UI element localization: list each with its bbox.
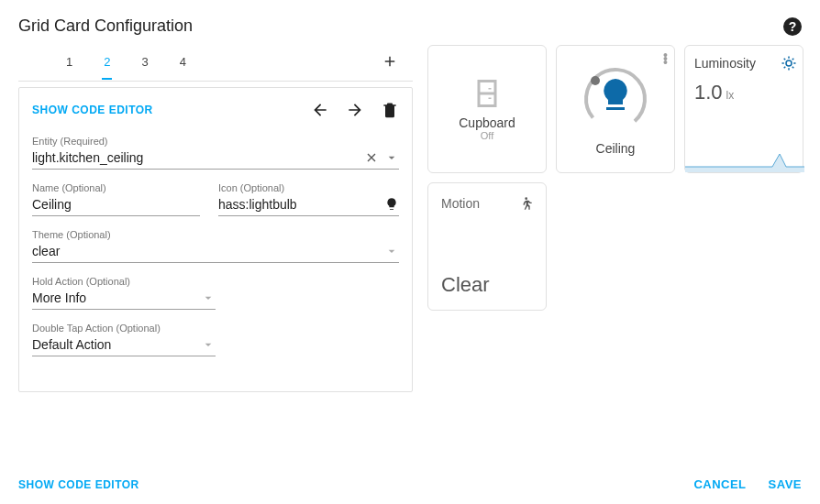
double-tap-action-label: Double Tap Action (Optional): [32, 323, 216, 334]
dropdown-icon[interactable]: [201, 290, 216, 305]
help-icon[interactable]: ?: [783, 17, 802, 36]
name-label: Name (Optional): [32, 182, 200, 193]
cancel-button[interactable]: Cancel: [693, 477, 746, 491]
arrow-right-icon[interactable]: [346, 101, 364, 119]
card-motion[interactable]: Motion Clear: [427, 182, 547, 311]
walk-icon: [518, 196, 533, 211]
double-tap-action-select[interactable]: [32, 335, 195, 354]
card-ceiling-title: Ceiling: [596, 141, 636, 156]
name-input[interactable]: [32, 195, 200, 214]
svg-point-2: [786, 60, 792, 66]
tab-3[interactable]: 3: [139, 46, 150, 80]
delete-icon[interactable]: [381, 101, 399, 119]
card-ceiling[interactable]: ••• Ceiling: [556, 45, 675, 173]
theme-label: Theme (Optional): [32, 229, 399, 240]
clear-icon[interactable]: [364, 150, 379, 165]
theme-select[interactable]: [32, 242, 379, 260]
tab-1[interactable]: 1: [64, 46, 74, 80]
tab-2[interactable]: 2: [102, 46, 112, 80]
card-cupboard-state: Off: [481, 130, 493, 141]
dropdown-icon[interactable]: [384, 244, 399, 258]
arrow-left-icon[interactable]: [311, 101, 329, 119]
dropdown-icon[interactable]: [201, 337, 216, 352]
icon-label: Icon (Optional): [218, 182, 399, 193]
card-luminosity[interactable]: Luminosity 1.0lx: [684, 45, 803, 173]
save-button[interactable]: Save: [769, 477, 802, 491]
brightness-icon: [781, 55, 797, 71]
tab-4[interactable]: 4: [178, 46, 188, 80]
lightbulb-icon: [384, 197, 399, 212]
svg-point-1: [591, 76, 600, 85]
preview-grid: Cupboard Off ••• Ceiling Luminosity 1.0l…: [427, 45, 803, 392]
card-motion-state: Clear: [441, 273, 490, 297]
config-panel: Show Code Editor Entity (Required) Name …: [18, 87, 413, 392]
hold-action-select[interactable]: [32, 289, 195, 307]
show-code-editor-link[interactable]: Show Code Editor: [32, 104, 153, 116]
add-tab-button[interactable]: [376, 51, 404, 75]
cupboard-icon: [471, 77, 504, 110]
hold-action-label: Hold Action (Optional): [32, 276, 216, 287]
svg-point-3: [525, 197, 527, 200]
luminosity-unit: lx: [726, 89, 735, 102]
gauge-icon: [579, 62, 652, 136]
tabs-row: 1 2 3 4: [18, 45, 413, 82]
plus-icon: [382, 53, 398, 70]
dropdown-icon[interactable]: [384, 150, 399, 165]
sparkline: [685, 145, 804, 172]
icon-input[interactable]: [218, 195, 379, 214]
footer-show-code-link[interactable]: Show Code Editor: [18, 478, 139, 491]
card-cupboard[interactable]: Cupboard Off: [427, 45, 547, 173]
entity-input[interactable]: [32, 148, 359, 167]
card-motion-title: Motion: [441, 196, 480, 211]
more-icon[interactable]: •••: [663, 53, 667, 64]
page-title: Grid Card Configuration: [18, 16, 193, 36]
card-cupboard-title: Cupboard: [459, 115, 515, 130]
entity-label: Entity (Required): [32, 136, 399, 147]
card-luminosity-title: Luminosity: [694, 56, 756, 71]
luminosity-value: 1.0: [694, 81, 723, 104]
